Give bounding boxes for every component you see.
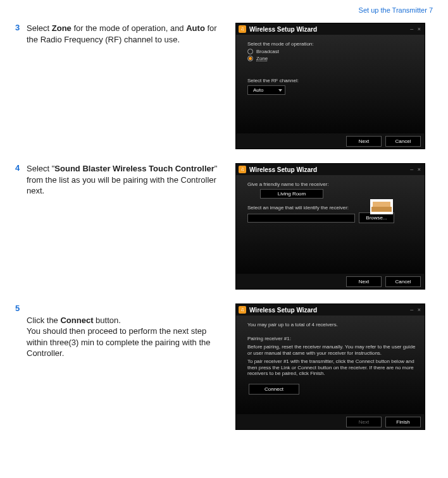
titlebar: Wireless Setup Wizard – × — [236, 164, 425, 175]
next-button: Next — [346, 417, 382, 427]
screenshot-2: Wireless Setup Wizard – × Give a friendl… — [235, 163, 433, 290]
window-title: Wireless Setup Wizard — [249, 26, 317, 33]
pairing-instr-2: To pair receiver #1 with the transmitter… — [247, 358, 418, 377]
app-icon — [239, 166, 246, 173]
name-label: Give a friendly name to the receiver: — [247, 181, 418, 187]
window-body: You may pair up to a total of 4 receiver… — [236, 316, 425, 414]
radio-label: Broadcast — [256, 49, 279, 54]
wizard-window: Wireless Setup Wizard – × You may pair u… — [235, 303, 425, 430]
step-4: 4 Select "Sound Blaster Wireless Touch C… — [15, 163, 433, 290]
radio-broadcast[interactable]: Broadcast — [247, 49, 418, 54]
window-title: Wireless Setup Wizard — [249, 307, 317, 314]
wizard-window: Wireless Setup Wizard – × Select the mod… — [235, 23, 425, 149]
page-header: Set up the Transmitter 7 — [15, 6, 433, 14]
rf-label: Select the RF channel: — [247, 78, 418, 83]
step-3: 3 Select Zone for the mode of operation,… — [15, 23, 433, 149]
step-text: Click the Connect button. You should the… — [27, 303, 235, 359]
radio-zone[interactable]: Zone — [247, 56, 418, 61]
cancel-button[interactable]: Cancel — [385, 276, 421, 287]
receiver-image-preview — [370, 199, 393, 214]
radio-icon — [247, 49, 253, 54]
window-footer: Next Finish — [236, 414, 425, 429]
mode-label: Select the mode of operation: — [247, 41, 418, 47]
window-body: Select the mode of operation: Broadcast … — [236, 35, 425, 133]
window-controls[interactable]: – × — [410, 307, 422, 313]
finish-button[interactable]: Finish — [385, 417, 421, 427]
step-5: 5 Click the Connect button. You should t… — [15, 303, 433, 430]
app-icon — [239, 25, 246, 33]
radio-label: Zone — [256, 56, 268, 61]
window-footer: Next Cancel — [236, 133, 425, 149]
titlebar: Wireless Setup Wizard – × — [236, 23, 425, 35]
step-text: Select Zone for the mode of operation, a… — [27, 23, 235, 45]
manual-page: Set up the Transmitter 7 3 Select Zone f… — [0, 0, 448, 457]
page-number: 7 — [429, 6, 433, 14]
window-controls[interactable]: – × — [410, 26, 422, 32]
pairing-instr-1: Before pairing, reset the receiver manua… — [247, 344, 418, 356]
next-button[interactable]: Next — [346, 276, 382, 287]
step-number: 3 — [15, 23, 27, 32]
step-text: Select "Sound Blaster Wireless Touch Con… — [27, 163, 235, 197]
image-path-input[interactable] — [247, 214, 355, 223]
step-number: 5 — [15, 303, 27, 313]
window-body: Give a friendly name to the receiver: Li… — [236, 175, 425, 274]
titlebar: Wireless Setup Wizard – × — [236, 304, 425, 316]
window-footer: Next Cancel — [236, 274, 425, 289]
section-name: Set up the Transmitter — [359, 6, 427, 14]
window-title: Wireless Setup Wizard — [249, 166, 317, 173]
screenshot-3: Wireless Setup Wizard – × You may pair u… — [235, 303, 433, 430]
next-button[interactable]: Next — [346, 136, 382, 147]
pair-total-label: You may pair up to a total of 4 receiver… — [247, 322, 418, 328]
app-icon — [239, 306, 246, 314]
window-controls[interactable]: – × — [410, 166, 422, 173]
rf-select[interactable]: Auto — [247, 85, 285, 95]
pairing-header: Pairing receiver #1: — [247, 336, 418, 341]
wizard-window: Wireless Setup Wizard – × Give a friendl… — [235, 163, 425, 290]
receiver-name-input[interactable]: Living Room — [260, 189, 323, 199]
screenshot-1: Wireless Setup Wizard – × Select the mod… — [235, 23, 433, 149]
cancel-button[interactable]: Cancel — [385, 136, 421, 147]
connect-button[interactable]: Connect — [249, 384, 299, 395]
radio-icon — [247, 56, 253, 61]
step-number: 4 — [15, 163, 27, 173]
